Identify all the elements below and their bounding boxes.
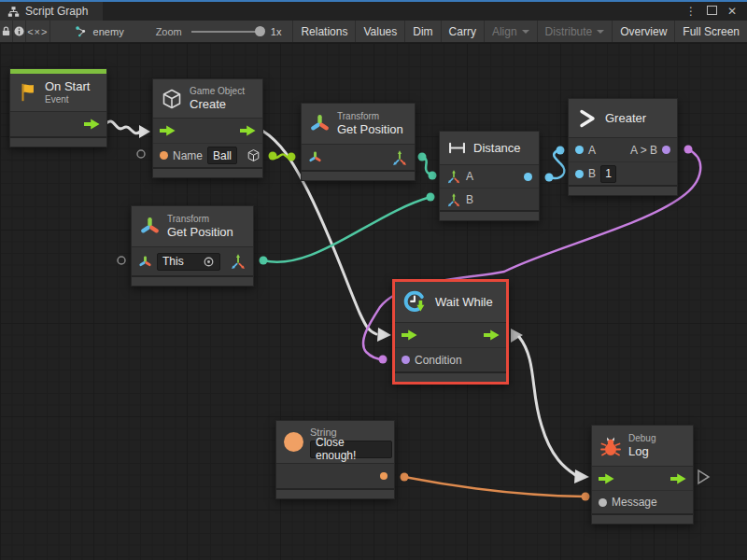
node-distance[interactable]: Distance A B — [439, 131, 540, 221]
string-value-field[interactable]: Close enough! — [310, 441, 392, 458]
port-label: A — [588, 144, 596, 157]
cube-icon — [161, 88, 183, 110]
b-input-port[interactable] — [575, 170, 584, 178]
transform-icon — [139, 216, 161, 237]
wait-clock-icon — [402, 289, 429, 315]
port-row-b: B 1 — [569, 161, 677, 185]
flow-row — [395, 323, 506, 347]
unconnected-flow-triangle[interactable] — [698, 470, 709, 483]
node-footer — [276, 488, 394, 498]
result-label: A > B — [630, 144, 657, 157]
node-header: On Start Event — [10, 74, 106, 112]
node-title: Get Position — [167, 225, 233, 240]
flow-in-port[interactable] — [402, 329, 417, 341]
node-string[interactable]: String Close enough! — [275, 420, 395, 499]
node-title: Get Position — [337, 122, 403, 137]
string-out-port[interactable] — [380, 472, 388, 480]
node-category: Transform — [167, 213, 233, 225]
node-header: Debug Log — [592, 426, 693, 467]
unconnected-port-circle[interactable] — [118, 257, 125, 264]
port-row: This — [132, 247, 253, 275]
distance-ruler-icon — [447, 138, 467, 158]
wire-getposition-to-distance-a[interactable] — [418, 153, 437, 180]
port-label: B — [588, 167, 596, 180]
node-title: On Start — [45, 79, 90, 94]
name-input-port[interactable] — [160, 151, 168, 160]
unconnected-port-circle[interactable] — [137, 150, 145, 158]
node-header: Distance — [440, 132, 539, 165]
condition-input-port[interactable] — [402, 356, 410, 364]
b-value-field[interactable]: 1 — [600, 165, 616, 183]
name-value-field[interactable]: Ball — [207, 147, 237, 164]
port-label: Message — [612, 496, 657, 509]
node-header: Transform Get Position — [302, 104, 415, 145]
greater-than-icon — [576, 107, 599, 130]
node-get-position-top[interactable]: Transform Get Position — [301, 103, 416, 181]
wire-waitwhile-to-log[interactable] — [511, 329, 589, 483]
node-footer — [395, 371, 506, 382]
port-label: Condition — [415, 354, 462, 367]
node-header: Transform Get Position — [132, 206, 253, 247]
position-out-port[interactable] — [230, 253, 247, 270]
wire-distance-to-greater[interactable] — [545, 147, 565, 182]
name-port-row: Name Ball — [153, 143, 262, 167]
flow-row — [10, 112, 106, 136]
node-footer — [153, 167, 262, 177]
port-label: A — [466, 170, 473, 183]
flow-out-port[interactable] — [240, 125, 256, 136]
script-graph-window: Script Graph ⋮ ✕ <×> enemy Zoom 1x Relat… — [0, 0, 747, 560]
target-field[interactable]: This — [157, 253, 220, 271]
port-label: B — [466, 193, 473, 206]
position-out-port[interactable] — [391, 149, 408, 166]
bug-icon — [599, 435, 622, 457]
node-title: Wait While — [435, 295, 493, 310]
node-category: Transform — [337, 110, 403, 122]
flow-in-port[interactable] — [599, 473, 614, 484]
vector-in-port[interactable] — [446, 169, 461, 184]
node-get-position-left[interactable]: Transform Get Position This — [131, 205, 254, 287]
node-greater[interactable]: Greater A A > B B 1 — [568, 98, 678, 196]
condition-row: Condition — [395, 347, 506, 371]
node-footer — [132, 275, 253, 286]
node-header: Wait While — [395, 282, 506, 323]
port-row-a: A A > B — [569, 138, 677, 161]
node-title: Log — [628, 444, 655, 459]
node-debug-log[interactable]: Debug Log Message — [591, 425, 694, 525]
result-out-port[interactable] — [524, 173, 532, 181]
flow-out-port[interactable] — [84, 119, 100, 130]
flow-out-port[interactable] — [484, 329, 500, 341]
node-title: Greater — [605, 111, 646, 126]
a-input-port[interactable] — [575, 146, 584, 154]
object-picker-icon[interactable] — [203, 256, 215, 268]
game-object-out-port[interactable] — [247, 148, 261, 162]
node-category: Event — [45, 93, 90, 105]
node-wait-while[interactable]: Wait While Condition — [392, 279, 509, 385]
flow-in-port[interactable] — [160, 125, 176, 136]
node-header: String Close enough! — [276, 421, 394, 464]
node-category: Debug — [628, 432, 655, 444]
wire-onstart-to-create[interactable] — [106, 121, 150, 138]
node-title: Create — [190, 97, 245, 112]
port-row-b: B — [440, 188, 539, 210]
transform-icon — [309, 113, 331, 134]
string-circle-icon — [284, 432, 303, 452]
port-row — [276, 464, 394, 488]
vector-in-port[interactable] — [446, 192, 461, 207]
result-out-port[interactable] — [662, 146, 670, 154]
transform-in-port[interactable] — [138, 255, 152, 269]
flow-row — [592, 467, 693, 490]
transform-in-port[interactable] — [308, 150, 322, 164]
node-title: Distance — [473, 141, 521, 156]
node-header: Game Object Create — [153, 79, 262, 119]
wire-getposition-to-distance-b[interactable] — [260, 193, 435, 265]
node-category: Game Object — [190, 85, 245, 97]
node-create-game-object[interactable]: Game Object Create Name Ball — [152, 78, 263, 178]
wire-string-to-message[interactable] — [401, 473, 590, 501]
flow-row — [153, 119, 262, 143]
wire-create-to-getposition[interactable] — [269, 152, 296, 161]
message-input-port[interactable] — [599, 498, 607, 507]
node-footer — [592, 513, 693, 524]
node-footer — [10, 136, 106, 147]
flow-out-port[interactable] — [670, 473, 686, 484]
node-on-start-event[interactable]: On Start Event — [9, 68, 107, 147]
